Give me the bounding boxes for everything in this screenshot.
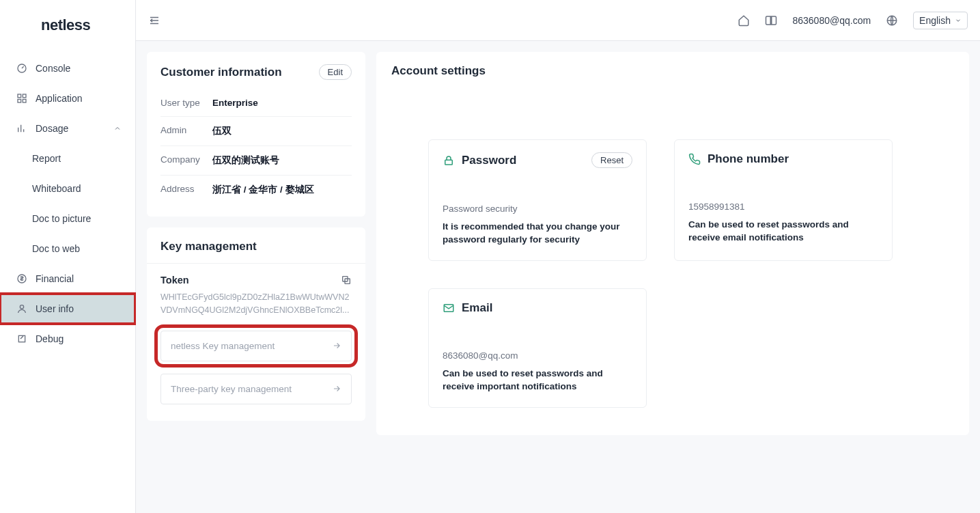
link-label: netless Key management (171, 341, 275, 351)
sidebar-item-report[interactable]: Report (0, 143, 135, 174)
globe-icon (886, 14, 898, 27)
edit-button[interactable]: Edit (319, 64, 352, 80)
sidebar-item-label: Doc to web (32, 243, 80, 254)
sidebar-item-doc-to-picture[interactable]: Doc to picture (0, 204, 135, 234)
sidebar-item-label: Financial (36, 273, 74, 284)
phone-icon (688, 153, 701, 165)
sidebar-item-label: Dosage (36, 123, 68, 134)
netless-key-management-link[interactable]: netless Key management (160, 331, 352, 361)
language-select[interactable]: English (913, 12, 968, 29)
info-row-admin: Admin 伍双 (160, 117, 352, 146)
sidebar-item-doc-to-web[interactable]: Doc to web (0, 234, 135, 264)
phone-setting-card: Phone number 15958991381 Can be used to … (674, 139, 893, 261)
info-value: Enterprise (212, 98, 258, 108)
info-row-company: Company 伍双的测试账号 (160, 146, 352, 176)
customer-info-title: Customer information (160, 66, 282, 79)
arrow-right-icon (332, 341, 341, 350)
svg-point-6 (20, 305, 23, 309)
info-label: User type (160, 98, 212, 108)
info-label: Company (160, 154, 212, 167)
password-status: Password security (443, 204, 632, 214)
setting-title-label: Phone number (708, 152, 789, 166)
sidebar-item-user-info[interactable]: User info (0, 294, 135, 324)
collapse-menu-icon[interactable] (148, 14, 160, 27)
svg-rect-1 (18, 94, 21, 98)
three-party-key-management-link[interactable]: Three-party key management (160, 374, 352, 404)
info-value: 浙江省 / 金华市 / 婺城区 (212, 184, 314, 196)
token-value: WHlTEcGFydG5lcl9pZD0zZHlaZ1BwWUtwWVN2VDV… (160, 291, 352, 317)
email-value: 8636080@qq.com (443, 350, 632, 361)
sidebar-item-financial[interactable]: Financial (0, 264, 135, 294)
sidebar-item-label: Console (36, 63, 70, 74)
info-value: 伍双的测试账号 (212, 154, 279, 167)
arrow-right-icon (332, 384, 341, 393)
sidebar-item-dosage[interactable]: Dosage (0, 113, 135, 143)
phone-desc: Can be used to reset passwords and recei… (688, 219, 878, 245)
sidebar-item-label: User info (36, 303, 74, 314)
copy-icon[interactable] (341, 275, 352, 286)
email-setting-card: Email 8636080@qq.com Can be used to rese… (428, 288, 647, 408)
mail-icon (443, 302, 455, 314)
info-label: Address (160, 184, 212, 196)
key-management-title: Key management (160, 240, 257, 253)
chevron-up-icon (113, 124, 122, 133)
info-value: 伍双 (212, 125, 232, 137)
svg-rect-4 (23, 99, 26, 102)
language-label: English (919, 15, 951, 26)
account-settings-card: Account settings Password (376, 52, 969, 435)
dollar-icon (16, 273, 27, 284)
phone-value: 15958991381 (688, 202, 878, 212)
svg-rect-11 (445, 160, 453, 165)
customer-info-card: Customer information Edit User type Ente… (147, 52, 365, 217)
nav: Console Application Dosage Report (0, 48, 135, 354)
token-label: Token (160, 275, 189, 286)
sidebar-item-console[interactable]: Console (0, 53, 135, 83)
sidebar-item-label: Whiteboard (32, 183, 81, 194)
chevron-down-icon (955, 17, 962, 24)
svg-rect-7 (18, 335, 25, 342)
sidebar-item-label: Application (36, 93, 83, 104)
sidebar-item-whiteboard[interactable]: Whiteboard (0, 174, 135, 204)
svg-rect-2 (23, 94, 26, 98)
lock-icon (443, 154, 455, 167)
info-row-address: Address 浙江省 / 金华市 / 婺城区 (160, 176, 352, 204)
sidebar-item-label: Report (32, 153, 61, 164)
sidebar-item-debug[interactable]: Debug (0, 324, 135, 354)
header-user-email[interactable]: 8636080@qq.com (792, 15, 871, 26)
grid-icon (16, 93, 27, 104)
debug-icon (16, 333, 27, 344)
sidebar-item-label: Debug (36, 333, 64, 344)
svg-rect-3 (18, 99, 21, 102)
sidebar: netless Console Application Dosage (0, 0, 136, 513)
setting-title-label: Password (462, 154, 516, 167)
key-management-card: Key management Token WHlTEcGFydG5lcl9pZD… (147, 227, 365, 421)
link-label: Three-party key management (171, 384, 292, 394)
password-setting-card: Password Reset Password security It is r… (428, 139, 647, 261)
sidebar-item-application[interactable]: Application (0, 83, 135, 113)
email-desc: Can be used to reset passwords and recei… (443, 368, 632, 393)
info-row-user-type: User type Enterprise (160, 89, 352, 117)
reset-button[interactable]: Reset (591, 152, 632, 168)
topbar: 8636080@qq.com English (136, 0, 980, 41)
user-icon (16, 303, 27, 314)
dashboard-icon (16, 63, 27, 74)
book-icon[interactable] (765, 14, 777, 27)
account-settings-title: Account settings (391, 64, 486, 78)
chart-icon (16, 123, 27, 134)
brand-logo: netless (0, 0, 135, 48)
sidebar-item-label: Doc to picture (32, 213, 91, 224)
setting-title-label: Email (462, 301, 492, 315)
info-label: Admin (160, 125, 212, 137)
home-icon[interactable] (738, 14, 750, 27)
password-desc: It is recommended that you change your p… (443, 221, 632, 247)
